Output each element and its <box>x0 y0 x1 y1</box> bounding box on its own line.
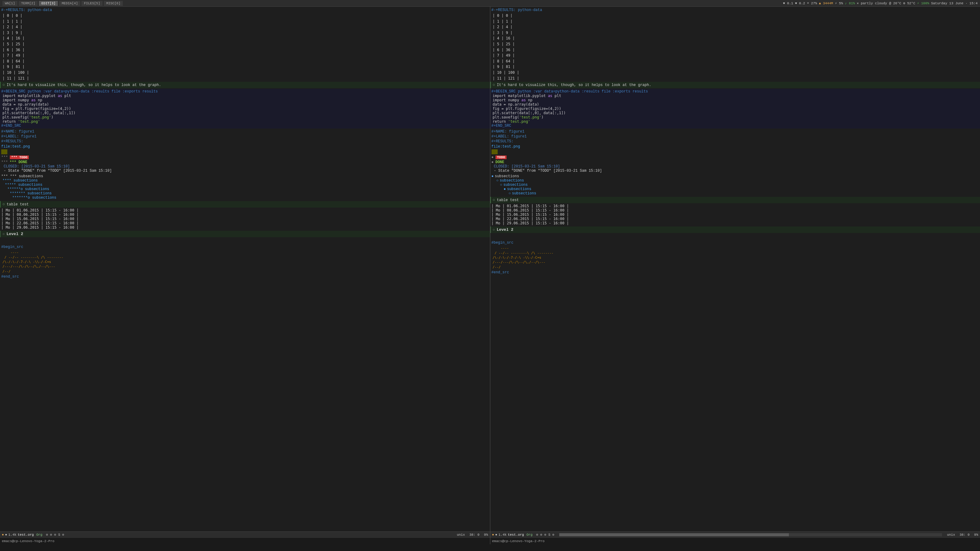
begin-src-right: #begin_src <box>490 240 980 245</box>
src-code-left: import matplotlib.pyplot as plt import n… <box>1 94 489 124</box>
todo-badge-right: TODO <box>495 156 506 159</box>
mem-status: ▲ 3444M <box>819 2 833 5</box>
done-text-right: DONE <box>495 160 504 164</box>
status-dot-right: ● <box>492 533 494 537</box>
table-bullet-right: ○ <box>493 198 495 202</box>
visualize-text-right: It's hard to visualize this, though, so … <box>497 83 651 87</box>
tab-term[interactable]: TERM[2] <box>19 1 38 6</box>
tab-misc[interactable]: MISC[6] <box>104 1 123 6</box>
section-bullet-left: ○ <box>2 83 5 87</box>
ascii-art-right: ---- / --/-- --------\ /\ -------- /\-/-… <box>490 245 980 270</box>
datetime-status: Saturday 13 June · 15:4 <box>931 2 978 5</box>
todo-badge-left: *** TODO <box>10 156 29 159</box>
table-test-section-right: ○ table test <box>490 197 980 203</box>
closed-right: CLOSED: [2015-03-21 Sam 15:10] <box>492 164 979 169</box>
vol-status: ♪ 81% <box>845 2 855 5</box>
left-pane-scroll[interactable]: #-+RESULTS: python-data | 0 | 0 | | 1 | … <box>0 7 490 544</box>
results-header-left: #-+RESULTS: python-data <box>0 7 490 13</box>
bat1-status: ♥ 0.1 <box>783 2 793 5</box>
tab-files[interactable]: FILES[5] <box>81 1 103 6</box>
status-dot-left: ● <box>2 533 4 537</box>
cursor-block-right <box>492 149 498 154</box>
bat2-status: ♥ 0.2 <box>795 2 805 5</box>
end-src-left: #end_src <box>0 274 490 279</box>
file-link-left: file:test.png <box>0 144 490 149</box>
src-header-left: #+BEGIN_SRC python :var data=python-data… <box>1 89 489 94</box>
subsections-left: *** *** subsections **** subsections ***… <box>0 173 490 200</box>
todo-section-right: ● TODO ● DONE CLOSED: [2015-03-21 Sam 15… <box>490 155 980 173</box>
todo-section-left: *** *** TODO *** *** DONE CLOSED: [2015-… <box>0 155 490 173</box>
tab-bar[interactable]: WN[1] TERM[2] EDIT[3] MEDIA[4] FILES[5] … <box>2 1 123 6</box>
right-pane-scroll[interactable]: #-+RESULTS: python-data | 0 | 0 | | 1 | … <box>490 7 980 544</box>
main-container: #-+RESULTS: python-data | 0 | 0 | | 1 | … <box>0 7 980 544</box>
table-test-data-left: | Mo | 01.06.2015 | 15:15 - 16:00 | | Mo… <box>0 208 490 230</box>
src-block-left: #+BEGIN_SRC python :var data=python-data… <box>0 89 490 129</box>
name-label-right: #+NAME: figure1 <box>490 129 980 134</box>
state-change-left: - State "DONE" from "TODO" [2015-03-21 S… <box>1 169 489 173</box>
tab-media[interactable]: MEDIA[4] <box>59 1 80 6</box>
subsections-right: ● subsections ○subsections ○subsections … <box>490 173 980 196</box>
closed-left: CLOSED: [2015-03-21 Sam 15:10] <box>1 164 489 169</box>
section-bullet-right: ○ <box>493 83 495 87</box>
level2-right: ○ Level 2 <box>490 227 980 233</box>
src-end-right: #+END_SRC <box>492 124 979 128</box>
done-text-left: *** DONE <box>10 160 27 164</box>
src-code-right: import matplotlib.pyplot as plt import n… <box>492 94 979 124</box>
cpu-status: ⚡ 5% <box>835 1 843 5</box>
cpu-temp-status: ⚙ 52°C <box>903 1 915 5</box>
left-pane: #-+RESULTS: python-data | 0 | 0 | | 1 | … <box>0 7 490 544</box>
data-table-right: | 0 | 0 | | 1 | 1 | | 2 | 4 | | 3 | 9 | … <box>490 13 980 81</box>
statusbar-left: ● ● 1.4k test.org Org ⊙ ⊙ ⊙ S ⊙ unix 38:… <box>0 531 490 538</box>
src-end-left: #+END_SRC <box>1 124 489 128</box>
table-test-section-left: ○ table test <box>0 201 490 208</box>
src-block-right: #+BEGIN_SRC python :var data=python-data… <box>490 89 980 129</box>
label-label-right: #+LABEL: figure1 <box>490 134 980 139</box>
cursor-block-left <box>1 149 7 154</box>
begin-src-left: #begin_src <box>0 245 490 249</box>
visualize-text-left: It's hard to visualize this, though, so … <box>7 83 161 87</box>
results-header-right: #-+RESULTS: python-data <box>490 7 980 13</box>
topbar: WN[1] TERM[2] EDIT[3] MEDIA[4] FILES[5] … <box>0 0 980 7</box>
table-bullet-left: ○ <box>2 202 5 206</box>
ascii-art-left: ---- / --/-- --------\ /\ -------- /\-/-… <box>0 249 490 274</box>
brightness-status: ☀ 27% <box>807 1 817 5</box>
status-filename-right: test.org <box>508 533 524 537</box>
statusbar-right: ● ● 1.4k test.org Org ⊙ ⊙ ⊙ S ⊙ unix 38:… <box>490 531 980 538</box>
weather-status: ✕ partly cloudy @ 26°C <box>857 1 901 5</box>
name-label-left: #+NAME: figure1 <box>0 129 490 134</box>
bat-pct-status: ⚡ 100% <box>917 1 929 5</box>
tab-edit[interactable]: EDIT[3] <box>39 1 58 6</box>
results-label-right: #+RESULTS: <box>490 139 980 144</box>
data-table-left: | 0 | 0 | | 1 | 1 | | 2 | 4 | | 3 | 9 | … <box>0 13 490 81</box>
tab-wn[interactable]: WN[1] <box>2 1 18 6</box>
table-test-data-right: | Mo | 01.06.2015 | 15:15 - 16:00 | | Mo… <box>490 204 980 225</box>
state-change-right: - State "DONE" from "TODO" [2015-03-21 S… <box>492 169 979 173</box>
status-filename-left: test.org <box>18 533 34 537</box>
results-label-left: #+RESULTS: <box>0 139 490 144</box>
label-label-left: #+LABEL: figure1 <box>0 134 490 139</box>
status-bar: ♥ 0.1 ♥ 0.2 ☀ 27% ▲ 3444M ⚡ 5% ♪ 81% ✕ p… <box>783 1 978 5</box>
visualize-section-left: ○ It's hard to visualize this, though, s… <box>0 82 490 88</box>
level2-left: ○ Level 2 <box>0 231 490 237</box>
src-header-right: #+BEGIN_SRC python :var data=python-data… <box>492 89 979 94</box>
minibuf-right: emacs@cp-Lenovo-Yoga-2-Pro <box>490 538 980 544</box>
end-src-right: #end_src <box>490 270 980 275</box>
file-link-right: file:test.png <box>490 144 980 149</box>
right-pane: #-+RESULTS: python-data | 0 | 0 | | 1 | … <box>490 7 980 544</box>
visualize-section-right: ○ It's hard to visualize this, though, s… <box>490 82 980 88</box>
minibuf-left: emacs@cp-Lenovo-Yoga-2-Pro <box>0 538 490 544</box>
